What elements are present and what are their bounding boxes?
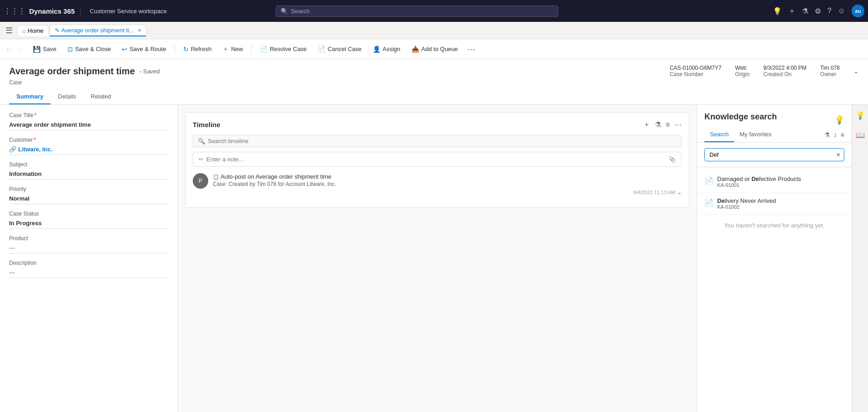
priority-field: Priority Normal xyxy=(9,186,168,204)
user-avatar[interactable]: au xyxy=(852,5,864,17)
tab-details[interactable]: Details xyxy=(51,89,83,104)
save-close-button[interactable]: ⊡ Save & Close xyxy=(63,43,116,55)
knowledge-sort-icon[interactable]: ↕ xyxy=(834,131,837,139)
help-icon[interactable]: ? xyxy=(827,7,832,15)
tab-summary[interactable]: Summary xyxy=(9,89,51,104)
product-value[interactable]: --- xyxy=(9,242,168,253)
knowledge-lightbulb-icon[interactable]: 💡 xyxy=(834,115,844,125)
brand: Dynamics 365 xyxy=(29,7,81,15)
search-icon: 🔍 xyxy=(281,8,288,15)
timeline-card: Timeline ＋ ⚗ ≡ ⋯ 🔍 ✏ 📎 xyxy=(185,112,689,208)
timeline-post-title: 📋 Auto-post on Average order shipment ti… xyxy=(213,173,682,180)
add-icon[interactable]: ＋ xyxy=(788,6,796,16)
home-icon: ⌂ xyxy=(22,27,26,34)
knowledge-empty-text: You haven't searched for anything yet. xyxy=(697,215,852,236)
case-header: Average order shipment time - Saved CAS-… xyxy=(0,59,868,105)
timeline-note-input[interactable]: ✏ 📎 xyxy=(193,152,682,167)
pencil-icon: ✏ xyxy=(199,156,204,163)
assign-button[interactable]: 👤 Assign xyxy=(368,43,405,55)
created-on-label: Created On xyxy=(763,71,806,77)
timeline-search-input[interactable] xyxy=(208,138,677,144)
case-status-value[interactable]: In Progress xyxy=(9,218,168,229)
case-title-field: Case Title Average order shipment time xyxy=(9,112,168,130)
knowledge-tab-search[interactable]: Search xyxy=(704,127,734,142)
timeline-title: Timeline xyxy=(193,121,221,129)
knowledge-result-1[interactable]: 📄 Damaged or Defective Products KA-01001 xyxy=(697,171,852,193)
add-to-queue-button[interactable]: 📥 Add to Queue xyxy=(407,43,462,55)
knowledge-search-input[interactable] xyxy=(704,148,844,161)
edge-book-icon[interactable]: 📖 xyxy=(853,128,868,142)
origin-value: Web xyxy=(735,65,750,71)
header-chevron-icon[interactable]: ⌄ xyxy=(853,67,859,75)
app-grid-icon[interactable]: ⋮⋮⋮ xyxy=(4,7,26,15)
cancel-case-button[interactable]: 📄 Cancel Case xyxy=(313,43,366,55)
more-commands-icon[interactable]: ⋯ xyxy=(464,42,478,56)
global-search-input[interactable] xyxy=(291,8,553,15)
case-title-row: Average order shipment time - Saved CAS-… xyxy=(9,65,859,77)
case-number-field: CAS-01000-G6M7Y7 Case Number xyxy=(670,65,721,77)
separator xyxy=(175,45,175,54)
result-text-1: Damaged or Defective Products KA-01001 xyxy=(717,175,801,188)
global-search-bar[interactable]: 🔍 xyxy=(276,5,558,17)
timeline-filter-icon[interactable]: ⚗ xyxy=(655,120,661,129)
filter-icon[interactable]: ⚗ xyxy=(802,7,808,15)
customer-label: Customer xyxy=(9,137,168,143)
new-button[interactable]: ＋ New xyxy=(218,43,247,56)
knowledge-view-icon[interactable]: ≡ xyxy=(841,131,844,139)
save-button[interactable]: 💾 Save xyxy=(28,43,61,55)
settings-icon[interactable]: ⚙ xyxy=(815,7,821,15)
knowledge-search-clear-icon[interactable]: ✕ xyxy=(836,152,841,158)
knowledge-search-area[interactable]: ✕ xyxy=(697,143,852,167)
home-tab[interactable]: ⌂ Home xyxy=(17,25,49,36)
edge-lightbulb-icon[interactable]: 💡 xyxy=(853,108,868,123)
case-meta: CAS-01000-G6M7Y7 Case Number Web Origin … xyxy=(670,65,859,77)
timeline-post-avatar: P xyxy=(193,173,208,189)
knowledge-results: 📄 Damaged or Defective Products KA-01001… xyxy=(697,167,852,412)
case-title: Average order shipment time xyxy=(9,66,135,77)
expand-timeline-item-icon[interactable]: ⌄ xyxy=(677,189,682,196)
timeline-item: P 📋 Auto-post on Average order shipment … xyxy=(193,173,682,196)
close-tab-icon[interactable]: ✕ xyxy=(138,28,141,33)
timeline-more-icon[interactable]: ⋯ xyxy=(674,120,682,129)
nav-arrows: ← → xyxy=(4,44,25,55)
hamburger-menu[interactable]: ☰ xyxy=(2,24,16,37)
resolve-case-button[interactable]: 📄 Resolve Case xyxy=(255,43,311,55)
timeline-add-icon[interactable]: ＋ xyxy=(643,120,650,129)
highlight-1: De xyxy=(751,175,759,182)
knowledge-filter-icon[interactable]: ⚗ xyxy=(824,131,830,139)
post-account: Litware, Inc. xyxy=(307,181,336,187)
subject-value[interactable]: Information xyxy=(9,169,168,180)
workspace-name: Customer Service workspace xyxy=(84,8,167,15)
lightbulb-icon[interactable]: 💡 xyxy=(773,7,782,15)
result-text-2: Delivery Never Arrived KA-01002 xyxy=(717,197,776,210)
active-case-tab[interactable]: ✎ Average order shipment ti... ✕ xyxy=(50,25,146,36)
attachment-icon[interactable]: 📎 xyxy=(668,156,676,163)
timeline-item-time: 9/4/2022 11:13 AM ⌄ xyxy=(213,189,682,196)
back-arrow[interactable]: ← xyxy=(4,44,14,55)
description-value[interactable]: --- xyxy=(9,267,168,278)
tab-related[interactable]: Related xyxy=(83,89,118,104)
customer-value[interactable]: 🔗 Litware, Inc. xyxy=(9,144,168,155)
timeline-search[interactable]: 🔍 xyxy=(193,135,682,147)
knowledge-result-2[interactable]: 📄 Delivery Never Arrived KA-01002 xyxy=(697,193,852,215)
note-text-input[interactable] xyxy=(206,156,666,163)
separator-2 xyxy=(251,45,252,54)
priority-value[interactable]: Normal xyxy=(9,193,168,204)
created-on-field: 9/3/2022 4:00 PM Created On xyxy=(763,65,806,77)
case-title-label: Case Title xyxy=(9,112,168,118)
timeline-list-icon[interactable]: ≡ xyxy=(666,121,670,129)
forward-arrow[interactable]: → xyxy=(15,44,25,55)
refresh-button[interactable]: ↻ Refresh xyxy=(179,43,216,55)
assign-icon: 👤 xyxy=(373,46,380,53)
brand-name: Dynamics 365 xyxy=(29,7,75,15)
knowledge-tab-favorites[interactable]: My favorites xyxy=(734,127,777,142)
smiley-icon[interactable]: ☺ xyxy=(838,7,845,15)
result-id-2: KA-01002 xyxy=(717,204,776,210)
subject-field: Subject Information xyxy=(9,161,168,180)
save-route-button[interactable]: ↩ Save & Route xyxy=(117,43,170,55)
knowledge-tabs: Search My favorites ⚗ ↕ ≡ xyxy=(704,127,844,142)
knowledge-tab-actions: ⚗ ↕ ≡ xyxy=(824,127,844,142)
top-navigation: ⋮⋮⋮ Dynamics 365 Customer Service worksp… xyxy=(0,0,868,22)
case-title-field-value[interactable]: Average order shipment time xyxy=(9,119,168,130)
description-label: Description xyxy=(9,260,168,266)
